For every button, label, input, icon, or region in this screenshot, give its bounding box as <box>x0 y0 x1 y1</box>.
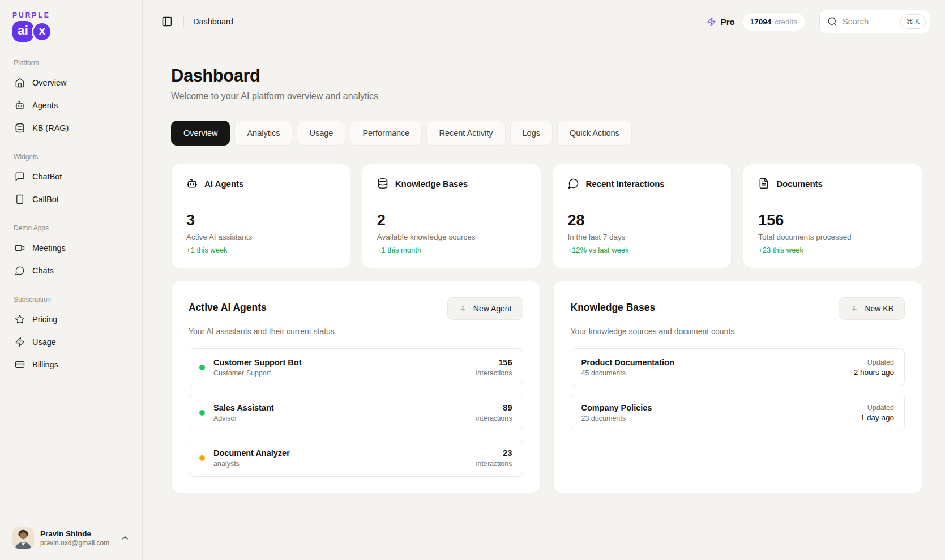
search-box[interactable]: ⌘ K <box>819 10 930 33</box>
agent-row[interactable]: Sales Assistant Advisor 89 interactions <box>189 394 523 431</box>
stat-value: 28 <box>568 212 717 229</box>
stat-title: Documents <box>776 179 823 189</box>
stat-card-documents: Documents 156 Total documents processed … <box>743 164 922 268</box>
agent-count-unit: interactions <box>476 369 512 377</box>
credits-badge: 17094 credits <box>742 12 806 31</box>
sidebar-item-label: Overview <box>32 78 66 87</box>
credits-value: 17094 <box>750 18 772 26</box>
tab-recent-activity[interactable]: Recent Activity <box>426 121 505 146</box>
agent-count: 23 <box>476 448 512 458</box>
agent-name: Customer Support Bot <box>213 358 301 367</box>
bot-icon <box>15 100 25 110</box>
message-square-icon <box>15 172 25 182</box>
sidebar-item-label: Pricing <box>32 315 57 324</box>
stat-value: 2 <box>377 212 526 229</box>
sidebar-item-label: Chats <box>32 266 54 275</box>
tab-logs[interactable]: Logs <box>510 121 553 146</box>
search-shortcut: ⌘ K <box>900 14 926 29</box>
logo-ai-badge: ai <box>12 21 33 42</box>
kb-row[interactable]: Product Documentation 45 documents Updat… <box>571 348 905 386</box>
star-icon <box>15 314 25 324</box>
kb-updated-label: Updated <box>854 358 894 366</box>
tab-analytics[interactable]: Analytics <box>234 121 292 146</box>
kb-name: Product Documentation <box>581 358 674 367</box>
sidebar-item-overview[interactable]: Overview <box>10 71 132 94</box>
avatar <box>12 527 34 549</box>
stat-title: AI Agents <box>204 179 243 189</box>
file-text-icon <box>758 178 769 189</box>
stat-description: In the last 7 days <box>568 233 717 241</box>
sidebar-item-label: Billings <box>32 360 58 369</box>
search-icon <box>827 16 837 27</box>
kb-updated-label: Updated <box>861 404 894 412</box>
zap-icon <box>707 17 716 27</box>
chevron-up-icon <box>121 533 130 542</box>
search-input[interactable] <box>843 17 895 26</box>
agent-count-unit: interactions <box>476 460 512 468</box>
sidebar-item-label: Meetings <box>32 243 66 253</box>
stat-value: 3 <box>186 212 335 229</box>
stat-card-recent-interactions: Recent Interactions 28 In the last 7 day… <box>553 164 732 268</box>
agent-count: 89 <box>476 403 512 412</box>
agent-row[interactable]: Document Analyzer analysts 23 interactio… <box>189 439 523 477</box>
sidebar-item-chats[interactable]: Chats <box>10 259 132 282</box>
message-circle-icon <box>15 266 25 276</box>
tab-overview[interactable]: Overview <box>171 121 230 146</box>
stat-title: Knowledge Bases <box>395 179 468 189</box>
agent-role: Advisor <box>213 414 274 422</box>
breadcrumb: Dashboard <box>193 17 233 26</box>
zap-icon <box>15 337 25 347</box>
sidebar-section-subscription: Subscription <box>14 296 132 303</box>
sidebar-item-agents[interactable]: Agents <box>10 94 132 117</box>
sidebar-item-label: ChatBot <box>32 172 62 181</box>
main-area: Dashboard Pro 17094 credits ⌘ K Dashboar… <box>143 0 945 560</box>
agent-row[interactable]: Customer Support Bot Customer Support 15… <box>189 348 523 386</box>
sidebar-item-label: CallBot <box>32 195 59 204</box>
stat-description: Available knowledge sources <box>377 233 526 241</box>
stat-delta: +12% vs last week <box>568 246 717 254</box>
user-email: pravin.uxd@gmail.com <box>40 539 109 547</box>
sidebar-item-label: KB (RAG) <box>32 123 69 132</box>
stat-delta: +1 this week <box>186 246 335 254</box>
status-dot <box>199 455 205 461</box>
new-agent-button[interactable]: New Agent <box>447 297 523 320</box>
agent-role: analysts <box>213 460 290 468</box>
divider <box>183 16 184 27</box>
video-icon <box>15 243 25 253</box>
tab-usage[interactable]: Usage <box>297 121 345 146</box>
kb-row[interactable]: Company Policies 23 documents Updated 1 … <box>571 394 905 431</box>
sidebar-item-pricing[interactable]: Pricing <box>10 308 132 331</box>
stat-card-knowledge-bases: Knowledge Bases 2 Available knowledge so… <box>362 164 541 268</box>
new-kb-button[interactable]: New KB <box>839 297 905 320</box>
home-icon <box>15 78 25 88</box>
tab-performance[interactable]: Performance <box>350 121 422 146</box>
panels-grid: Active AI Agents New Agent Your AI assis… <box>171 281 922 493</box>
tab-quick-actions[interactable]: Quick Actions <box>557 121 632 146</box>
sidebar-item-meetings[interactable]: Meetings <box>10 237 132 259</box>
active-agents-panel: Active AI Agents New Agent Your AI assis… <box>171 281 541 493</box>
sidebar-item-chatbot[interactable]: ChatBot <box>10 165 132 188</box>
stat-value: 156 <box>758 212 907 229</box>
smartphone-icon <box>15 194 25 204</box>
kb-updated-time: 1 day ago <box>861 413 894 422</box>
content: Dashboard Welcome to your AI platform ov… <box>143 43 945 560</box>
sidebar-item-callbot[interactable]: CallBot <box>10 188 132 211</box>
sidebar-toggle-button[interactable] <box>157 12 177 31</box>
agent-count-unit: interactions <box>476 414 512 422</box>
page-subtitle: Welcome to your AI platform overview and… <box>171 91 922 101</box>
sidebar-section-widgets: Widgets <box>14 153 132 161</box>
panel-left-icon <box>161 16 173 27</box>
sidebar-item-kb-rag[interactable]: KB (RAG) <box>10 117 132 139</box>
page-title: Dashboard <box>171 66 922 86</box>
user-profile[interactable]: Pravin Shinde pravin.uxd@gmail.com <box>10 524 132 552</box>
plus-icon <box>850 305 858 313</box>
panel-subtitle: Your knowledge sources and document coun… <box>571 327 905 336</box>
sidebar-item-usage[interactable]: Usage <box>10 331 132 353</box>
sidebar-item-billings[interactable]: Billings <box>10 353 132 376</box>
sidebar: PURPLE ai X Platform Overview Agents KB … <box>0 0 143 560</box>
stats-grid: AI Agents 3 Active AI assistants +1 this… <box>171 164 922 268</box>
database-icon <box>377 178 388 189</box>
credit-card-icon <box>15 360 25 370</box>
tab-bar: Overview Analytics Usage Performance Rec… <box>171 121 922 146</box>
sidebar-section-platform: Platform <box>14 59 132 67</box>
